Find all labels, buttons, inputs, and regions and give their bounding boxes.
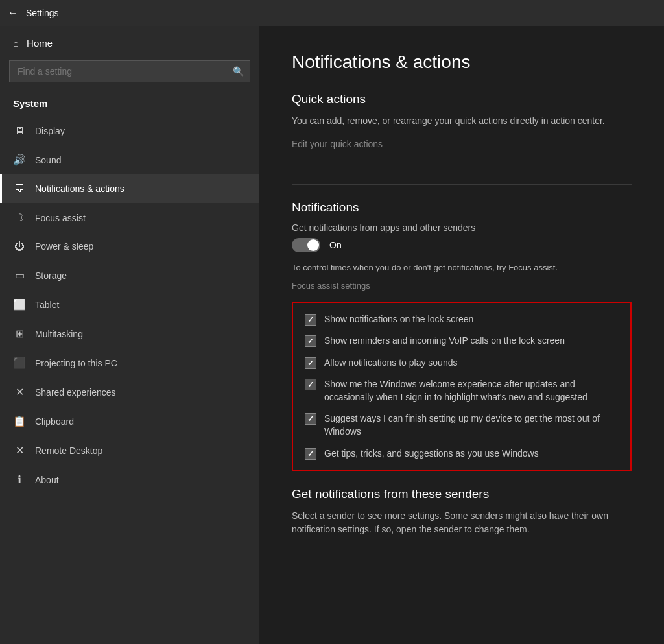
get-notif-label: Get notifications from apps and other se… [292, 222, 632, 233]
projecting-icon: ⬛ [13, 357, 26, 369]
edit-quick-actions-link[interactable]: Edit your quick actions [292, 139, 383, 149]
sidebar-item-clipboard[interactable]: 📋 Clipboard [0, 407, 259, 436]
sidebar-item-label: Storage [35, 270, 67, 281]
checkbox-row-voip: Show reminders and incoming VoIP calls o… [305, 335, 619, 348]
search-box: 🔍 [9, 60, 250, 82]
power-icon: ⏻ [13, 241, 26, 252]
sidebar-item-label: About [35, 475, 59, 485]
divider [292, 184, 632, 185]
checkbox-voip-label: Show reminders and incoming VoIP calls o… [324, 335, 565, 348]
get-from-senders-title: Get notifications from these senders [292, 487, 632, 501]
multitasking-icon: ⊞ [13, 328, 26, 340]
sidebar-item-label: Notifications & actions [35, 184, 124, 194]
sidebar: ⌂ Home 🔍 System 🖥 Display 🔊 Sound 🗨 Noti… [0, 26, 259, 644]
titlebar: ← Settings [0, 0, 664, 26]
toggle-row: On [292, 238, 632, 252]
sidebar-item-label: Sound [35, 155, 61, 165]
notifications-icon: 🗨 [13, 183, 26, 195]
checkbox-row-lockscreen: Show notifications on the lock screen [305, 313, 619, 326]
sidebar-item-shared[interactable]: ✕ Shared experiences [0, 377, 259, 407]
sidebar-item-projecting[interactable]: ⬛ Projecting to this PC [0, 348, 259, 377]
clipboard-icon: 📋 [13, 415, 26, 427]
toggle-knob [307, 239, 319, 251]
sidebar-item-display[interactable]: 🖥 Display [0, 117, 259, 145]
home-icon: ⌂ [13, 38, 19, 49]
main-layout: ⌂ Home 🔍 System 🖥 Display 🔊 Sound 🗨 Noti… [0, 26, 664, 644]
sidebar-item-notifications[interactable]: 🗨 Notifications & actions → [0, 174, 259, 203]
focus-assist-link[interactable]: Focus assist settings [292, 281, 370, 291]
sidebar-item-label: Focus assist [35, 213, 86, 223]
checkbox-setup-label: Suggest ways I can finish setting up my … [324, 412, 619, 438]
checkbox-welcome-label: Show me the Windows welcome experience a… [324, 378, 619, 403]
sidebar-item-focus[interactable]: ☽ Focus assist [0, 203, 259, 232]
checkbox-row-tips: Get tips, tricks, and suggestions as you… [305, 447, 619, 460]
sidebar-item-sound[interactable]: 🔊 Sound [0, 145, 259, 174]
remote-icon: ✕ [13, 444, 26, 457]
checkbox-row-welcome: Show me the Windows welcome experience a… [305, 378, 619, 403]
sidebar-item-storage[interactable]: ▭ Storage [0, 261, 259, 290]
about-icon: ℹ [13, 473, 26, 486]
search-input[interactable] [9, 60, 250, 82]
checkbox-sounds-label: Allow notifications to play sounds [324, 357, 457, 370]
sidebar-section-label: System [0, 93, 259, 117]
checkbox-row-setup: Suggest ways I can finish setting up my … [305, 412, 619, 438]
sidebar-item-label: Display [35, 126, 65, 136]
checkbox-welcome[interactable] [305, 379, 316, 390]
notifications-title: Notifications [292, 200, 632, 215]
page-title: Notifications & actions [292, 52, 632, 73]
focus-icon: ☽ [13, 211, 26, 224]
storage-icon: ▭ [13, 269, 26, 281]
get-from-senders-desc: Select a sender to see more settings. So… [292, 509, 632, 536]
checkbox-tips[interactable] [305, 448, 316, 460]
sidebar-item-home[interactable]: ⌂ Home [0, 26, 259, 60]
display-icon: 🖥 [13, 125, 26, 137]
quick-actions-desc: You can add, remove, or rearrange your q… [292, 114, 632, 128]
sidebar-item-tablet[interactable]: ⬜ Tablet [0, 290, 259, 319]
content-area: Notifications & actions Quick actions Yo… [259, 26, 664, 644]
sidebar-item-remote[interactable]: ✕ Remote Desktop [0, 436, 259, 465]
sidebar-item-label: Remote Desktop [35, 446, 102, 456]
sidebar-item-label: Projecting to this PC [35, 358, 117, 368]
sound-icon: 🔊 [13, 154, 26, 166]
sidebar-item-label: Shared experiences [35, 387, 116, 398]
back-button[interactable]: ← [8, 7, 18, 19]
sidebar-item-label: Power & sleep [35, 241, 93, 252]
toggle-on-label: On [329, 240, 342, 250]
tablet-icon: ⬜ [13, 298, 26, 311]
search-icon: 🔍 [233, 66, 244, 77]
checkbox-row-sounds: Allow notifications to play sounds [305, 357, 619, 370]
sidebar-item-power[interactable]: ⏻ Power & sleep [0, 232, 259, 261]
checkbox-lockscreen[interactable] [305, 314, 316, 326]
sidebar-item-label: Multitasking [35, 329, 83, 339]
app-title: Settings [26, 8, 59, 18]
quick-actions-title: Quick actions [292, 92, 632, 106]
shared-icon: ✕ [13, 386, 26, 398]
checkbox-lockscreen-label: Show notifications on the lock screen [324, 313, 473, 326]
checkbox-tips-label: Get tips, tricks, and suggestions as you… [324, 447, 539, 460]
checkbox-sounds[interactable] [305, 357, 316, 369]
focus-assist-note: To control times when you do or don't ge… [292, 261, 632, 274]
checkbox-voip[interactable] [305, 335, 316, 347]
checkbox-section: Show notifications on the lock screen Sh… [292, 302, 632, 472]
home-label: Home [27, 38, 53, 49]
sidebar-item-label: Clipboard [35, 416, 74, 427]
sidebar-item-multitasking[interactable]: ⊞ Multitasking [0, 319, 259, 348]
notifications-toggle[interactable] [292, 238, 320, 252]
checkbox-setup[interactable] [305, 413, 316, 425]
sidebar-item-label: Tablet [35, 300, 59, 310]
get-from-senders-section: Get notifications from these senders Sel… [292, 487, 632, 536]
sidebar-item-about[interactable]: ℹ About [0, 465, 259, 494]
